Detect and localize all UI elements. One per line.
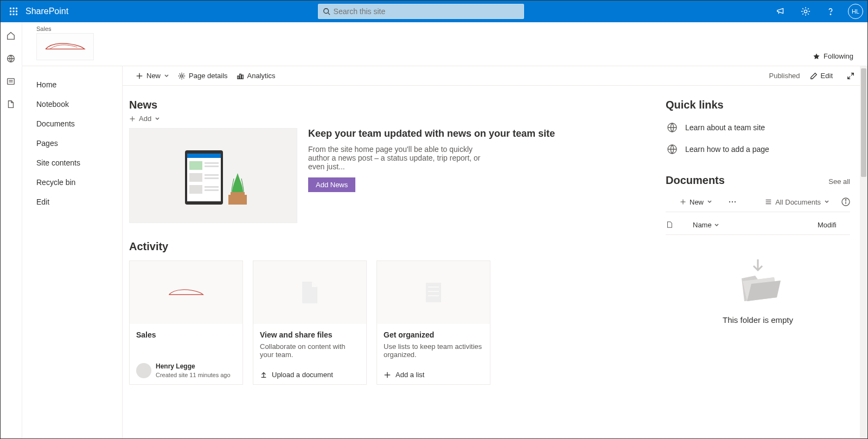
user-avatar[interactable]: HL [848, 4, 863, 19]
cmd-analytics[interactable]: Analytics [232, 72, 280, 80]
plus-icon [384, 371, 391, 379]
news-description: From the site home page you'll be able t… [308, 145, 487, 171]
nav-home[interactable]: Home [36, 75, 122, 94]
chevron-down-icon [714, 222, 719, 228]
cmd-edit[interactable]: Edit [806, 72, 837, 80]
gear-icon [178, 72, 186, 80]
add-news-button[interactable]: Add News [308, 177, 355, 192]
megaphone-icon[interactable] [773, 4, 788, 19]
quick-links-heading: Quick links [666, 99, 850, 111]
settings-icon[interactable] [798, 4, 813, 19]
empty-folder-text: This folder is empty [666, 315, 850, 325]
cmd-page-details[interactable]: Page details [174, 72, 232, 80]
svg-rect-2 [16, 8, 17, 9]
chart-icon [237, 72, 244, 80]
quick-link-label: Learn about a team site [685, 123, 765, 132]
search-box[interactable] [318, 4, 524, 19]
quick-link-team-site[interactable]: Learn about a team site [666, 117, 850, 138]
nav-site-contents[interactable]: Site contents [36, 153, 122, 173]
info-icon [841, 198, 850, 206]
card-action-label: Add a list [395, 371, 424, 379]
global-rail-icon[interactable] [6, 54, 17, 65]
nav-recycle-bin[interactable]: Recycle bin [36, 173, 122, 192]
svg-rect-14 [7, 79, 14, 85]
nav-pages[interactable]: Pages [36, 133, 122, 153]
avatar-initials: HL [852, 8, 859, 15]
file-icon [300, 281, 320, 304]
site-logo[interactable] [36, 33, 94, 60]
docs-info-button[interactable] [841, 198, 850, 206]
activity-card-organized: Get organized Use lists to keep team act… [376, 260, 490, 385]
svg-rect-1 [13, 8, 15, 9]
person-meta: Created site 11 minutes ago [156, 371, 231, 379]
svg-rect-3 [10, 11, 11, 12]
svg-point-51 [735, 201, 736, 202]
nav-edit[interactable]: Edit [36, 192, 122, 212]
news-illustration [129, 128, 297, 223]
svg-rect-0 [10, 8, 11, 9]
docs-view-label: All Documents [775, 198, 821, 206]
svg-point-19 [181, 74, 183, 77]
svg-point-11 [804, 10, 807, 12]
upload-document-button[interactable]: Upload a document [253, 365, 366, 384]
expand-icon [847, 72, 854, 80]
card-title: View and share files [260, 330, 360, 339]
car-logo-icon [43, 41, 87, 52]
person-avatar-icon [136, 363, 151, 378]
cmd-page-details-label: Page details [189, 72, 228, 80]
published-status: Published [769, 72, 800, 80]
plus-icon [129, 116, 136, 122]
svg-point-50 [732, 201, 733, 202]
activity-card-sales[interactable]: Sales Henry Legge Created site 11 minute… [129, 260, 243, 385]
svg-point-49 [729, 201, 730, 202]
col-type-icon [666, 221, 693, 229]
card-desc: Collaborate on content with your team. [260, 342, 360, 359]
help-icon[interactable] [823, 4, 838, 19]
cmd-new[interactable]: New [131, 72, 174, 80]
scrollbar-thumb[interactable] [861, 68, 866, 177]
svg-rect-32 [205, 174, 219, 176]
svg-rect-28 [189, 161, 202, 170]
site-link[interactable]: Sales [36, 26, 853, 32]
card-title: Sales [136, 330, 236, 339]
svg-rect-27 [187, 154, 221, 158]
following-toggle[interactable]: Following [813, 52, 853, 60]
docs-new-button[interactable]: New [675, 198, 717, 206]
nav-documents[interactable]: Documents [36, 114, 122, 133]
files-rail-icon[interactable] [6, 99, 17, 110]
news-add-button[interactable]: Add [129, 114, 648, 123]
following-label: Following [824, 52, 853, 60]
globe-icon [666, 143, 679, 156]
svg-rect-29 [205, 162, 219, 164]
chevron-down-icon [707, 199, 712, 205]
svg-line-10 [328, 13, 330, 15]
list-icon [424, 281, 443, 304]
svg-rect-35 [205, 186, 219, 188]
cmd-expand[interactable] [843, 72, 859, 80]
documents-heading: Documents [666, 174, 725, 187]
news-add-label: Add [139, 114, 151, 123]
see-all-link[interactable]: See all [828, 177, 850, 186]
car-logo-icon [167, 288, 205, 297]
cmd-edit-label: Edit [821, 72, 833, 80]
activity-card-files: View and share files Collaborate on cont… [253, 260, 367, 385]
nav-notebook[interactable]: Notebook [36, 94, 122, 114]
col-modified-header[interactable]: Modifi [818, 221, 850, 229]
news-heading: News [129, 99, 648, 111]
add-list-button[interactable]: Add a list [377, 365, 490, 384]
search-input[interactable] [334, 7, 519, 16]
docs-more-button[interactable] [724, 201, 741, 203]
quick-link-add-page[interactable]: Learn how to add a page [666, 138, 850, 160]
docs-view-dropdown[interactable]: All Documents [764, 198, 829, 206]
svg-rect-4 [13, 11, 15, 12]
app-launcher-button[interactable] [5, 3, 22, 20]
col-name-header[interactable]: Name [693, 221, 818, 229]
app-rail [1, 22, 22, 439]
plus-icon [680, 199, 686, 205]
vertical-scrollbar[interactable] [860, 66, 867, 439]
svg-point-9 [323, 9, 328, 14]
svg-rect-20 [237, 76, 239, 79]
news-rail-icon[interactable] [6, 77, 17, 87]
cmd-analytics-label: Analytics [247, 72, 276, 80]
home-rail-icon[interactable] [6, 31, 17, 42]
